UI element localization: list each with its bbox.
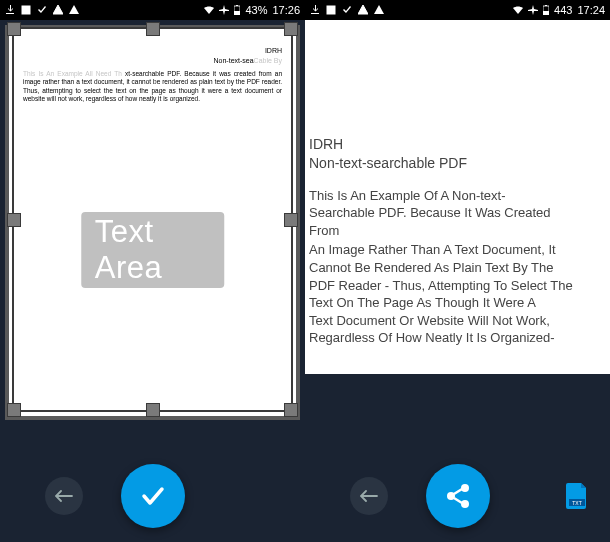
warning-icon [374, 5, 384, 15]
check-icon [137, 480, 169, 512]
warning-icon [358, 5, 368, 15]
crop-handle-br[interactable] [284, 403, 298, 417]
image-icon [21, 5, 31, 15]
text-para-2: An Image Rather Than A Text Document, It… [309, 241, 604, 346]
share-icon [443, 481, 473, 511]
download-icon [5, 5, 15, 15]
svg-rect-6 [543, 11, 549, 15]
share-button[interactable] [426, 464, 490, 528]
text-para-1: This Is An Example Of A Non-text- Search… [309, 187, 604, 240]
confirm-button[interactable] [121, 464, 185, 528]
crop-handle-ml[interactable] [7, 213, 21, 227]
txt-file-icon: TXT [566, 483, 588, 509]
svg-rect-7 [545, 5, 547, 6]
crop-handle-tm[interactable] [146, 22, 160, 36]
svg-rect-3 [236, 5, 238, 6]
bottom-bar-right: TXT [305, 450, 610, 542]
svg-point-8 [461, 484, 469, 492]
warning-icon [69, 5, 79, 15]
svg-rect-2 [234, 11, 240, 15]
check-icon [37, 5, 47, 15]
wifi-icon [204, 6, 214, 14]
svg-rect-0 [22, 6, 30, 14]
bottom-bar-left [0, 450, 305, 542]
battery-icon [543, 5, 549, 15]
svg-text:TXT: TXT [572, 500, 581, 506]
crop-handle-mr[interactable] [284, 213, 298, 227]
warning-icon [53, 5, 63, 15]
wifi-icon [513, 6, 523, 14]
export-txt-button[interactable]: TXT [566, 483, 588, 509]
back-button[interactable] [45, 477, 83, 515]
right-screen: 443 17:24 IDRH Non-text-searchable PDF T… [305, 0, 610, 542]
image-icon [326, 5, 336, 15]
check-icon [342, 5, 352, 15]
svg-point-10 [461, 500, 469, 508]
crop-handle-tr[interactable] [284, 22, 298, 36]
airplane-icon [219, 5, 229, 15]
crop-handle-bm[interactable] [146, 403, 160, 417]
extracted-text: IDRH Non-text-searchable PDF This Is An … [305, 20, 610, 347]
back-button[interactable] [350, 477, 388, 515]
left-screen: 43% 17:26 IDRH Non-text-seaCable By This… [0, 0, 305, 542]
clock-time: 17:24 [577, 4, 605, 16]
download-icon [310, 5, 320, 15]
crop-container[interactable]: IDRH Non-text-seaCable By This Is An Exa… [5, 25, 300, 420]
crop-frame[interactable] [12, 27, 293, 412]
battery-icon [234, 5, 240, 15]
battery-percent: 43% [245, 4, 267, 16]
text-heading: IDRH [309, 135, 604, 154]
crop-handle-bl[interactable] [7, 403, 21, 417]
text-view: IDRH Non-text-searchable PDF This Is An … [305, 20, 610, 450]
status-bar: 43% 17:26 [0, 0, 305, 20]
airplane-icon [528, 5, 538, 15]
crop-view: IDRH Non-text-seaCable By This Is An Exa… [0, 20, 305, 450]
svg-rect-4 [327, 6, 335, 14]
status-bar: 443 17:24 [305, 0, 610, 20]
battery-percent: 443 [554, 4, 572, 16]
text-subheading: Non-text-searchable PDF [309, 154, 604, 173]
clock-time: 17:26 [272, 4, 300, 16]
crop-handle-tl[interactable] [7, 22, 21, 36]
text-page[interactable]: IDRH Non-text-searchable PDF This Is An … [305, 20, 610, 374]
